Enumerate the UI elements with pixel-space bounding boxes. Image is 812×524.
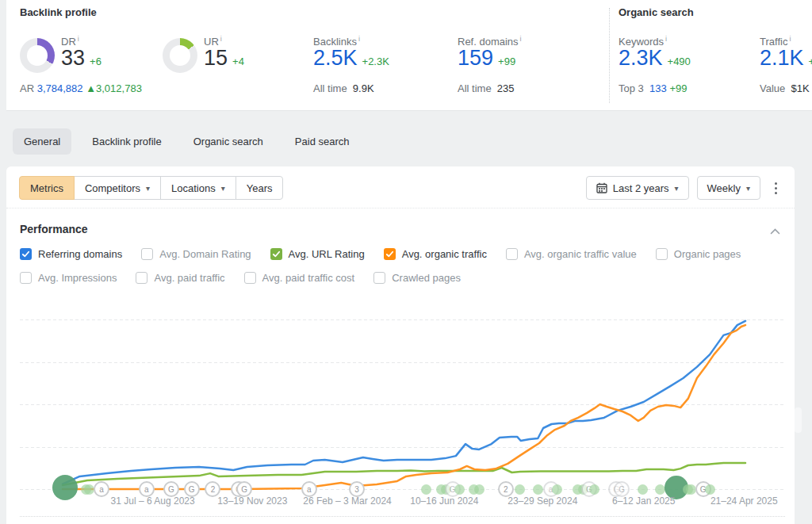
scrollbar-thumb[interactable]	[795, 407, 802, 433]
ar-row: AR 3,784,882 ▲3,012,783	[20, 82, 142, 94]
event-badge-a[interactable]: a	[301, 481, 317, 497]
kebab-menu-icon[interactable]	[768, 179, 783, 197]
traffic-value: 2.1K+	[760, 46, 812, 74]
event-badge-g[interactable]: G	[184, 481, 200, 497]
keywords-value: 2.3K+490	[619, 46, 691, 74]
date-range-button[interactable]: Last 2 years ▾	[586, 176, 689, 200]
general-panel: MetricsCompetitors▾Locations▾Years Last …	[6, 166, 795, 524]
info-icon[interactable]: i	[220, 35, 222, 43]
metric-checkbox-label: Referring domains	[38, 248, 122, 260]
info-icon[interactable]: i	[520, 35, 522, 43]
series-line-avg-organic-traffic	[63, 325, 745, 489]
traffic-value-sub: Value $1K	[760, 82, 810, 94]
event-badge-2[interactable]: 2	[498, 481, 514, 497]
event-dot[interactable]	[474, 484, 485, 495]
metric-checkbox-avg-url-rating[interactable]: Avg. URL Rating	[270, 248, 365, 260]
traffic-value-link[interactable]: 2.1K	[760, 46, 804, 70]
metric-checkbox-label: Avg. Impressions	[38, 272, 117, 284]
tab-paid-search[interactable]: Paid search	[284, 128, 361, 155]
x-axis-tick-label: 21–24 Apr 2025	[710, 495, 778, 507]
dr-value: 33+6	[61, 46, 102, 74]
info-icon[interactable]: i	[665, 35, 667, 43]
granularity-label: Weekly	[707, 182, 741, 194]
collapse-section-button[interactable]	[770, 225, 780, 237]
refdomains-alltime: All time 235	[458, 82, 515, 94]
calendar-icon	[596, 182, 607, 193]
caret-down-icon: ▾	[675, 184, 679, 193]
section-tabs: GeneralBacklink profileOrganic searchPai…	[13, 128, 361, 155]
metric-checkbox-label: Avg. organic traffic	[402, 248, 487, 260]
chart-toolbar: MetricsCompetitors▾Locations▾Years Last …	[19, 176, 783, 200]
metric-checkbox-avg-organic-traffic-value[interactable]: Avg. organic traffic value	[506, 248, 637, 260]
tab-organic-search[interactable]: Organic search	[182, 128, 274, 155]
tab-general[interactable]: General	[13, 128, 71, 155]
metric-checkbox-avg-impressions[interactable]: Avg. Impressions	[20, 272, 117, 284]
organic-search-title: Organic search	[619, 6, 694, 18]
event-dot[interactable]	[515, 484, 525, 495]
top3-value-link[interactable]: 133	[649, 82, 667, 94]
caret-down-icon: ▾	[746, 184, 750, 193]
checkbox-checked-icon	[270, 248, 282, 260]
ar-value-link[interactable]: 3,784,882	[37, 82, 83, 94]
event-badge-a[interactable]: a	[94, 481, 109, 497]
ur-donut	[163, 38, 197, 73]
event-dot[interactable]	[454, 484, 465, 495]
caret-down-icon: ▾	[146, 184, 150, 193]
metric-toggles-row-2: Avg. ImpressionsAvg. paid trafficAvg. pa…	[20, 272, 461, 284]
event-dot[interactable]	[533, 484, 543, 495]
x-axis-tick-label: 6–12 Jan 2025	[612, 495, 675, 507]
backlinks-value-link[interactable]: 2.5K	[313, 46, 358, 70]
performance-title: Performance	[20, 223, 88, 235]
event-dot[interactable]	[705, 484, 715, 495]
info-icon[interactable]: i	[789, 35, 791, 43]
event-badge-g[interactable]: G	[236, 481, 252, 497]
metric-checkbox-avg-paid-traffic-cost[interactable]: Avg. paid traffic cost	[244, 272, 355, 284]
filter-button-metrics[interactable]: Metrics	[19, 176, 75, 200]
metric-checkbox-referring-domains[interactable]: Referring domains	[20, 248, 122, 260]
keywords-top3: Top 3 133 +99	[619, 82, 687, 94]
metric-checkbox-organic-pages[interactable]: Organic pages	[656, 248, 741, 260]
event-badge-3[interactable]: 3	[349, 481, 365, 497]
filter-button-years[interactable]: Years	[236, 176, 284, 200]
event-dot[interactable]	[421, 484, 431, 495]
checkbox-unchecked-icon	[656, 248, 668, 260]
metric-checkbox-label: Crawled pages	[392, 272, 461, 284]
milestone-marker[interactable]	[52, 475, 78, 500]
filter-button-locations[interactable]: Locations▾	[160, 176, 236, 200]
x-axis-tick-label: 10–16 Jun 2024	[410, 495, 478, 507]
filter-button-group: MetricsCompetitors▾Locations▾Years	[19, 176, 283, 200]
info-icon[interactable]: i	[78, 35, 79, 43]
chevron-up-icon	[770, 228, 780, 235]
metric-checkbox-crawled-pages[interactable]: Crawled pages	[373, 272, 461, 284]
info-icon[interactable]: i	[358, 35, 360, 43]
x-axis-tick-label: 23–29 Sep 2024	[508, 495, 577, 507]
x-axis-tick-label: 13–19 Nov 2023	[217, 495, 287, 507]
metric-checkbox-label: Avg. Domain Rating	[159, 248, 251, 260]
backlinks-alltime: All time 9.9K	[313, 82, 374, 94]
metric-toggles-row-1: Referring domainsAvg. Domain RatingAvg. …	[20, 248, 741, 260]
event-dot[interactable]	[638, 484, 648, 495]
event-dot[interactable]	[589, 484, 599, 495]
metric-checkbox-avg-domain-rating[interactable]: Avg. Domain Rating	[141, 248, 251, 260]
metric-checkbox-avg-paid-traffic[interactable]: Avg. paid traffic	[136, 272, 224, 284]
keywords-value-link[interactable]: 2.3K	[619, 46, 663, 70]
checkbox-unchecked-icon	[244, 272, 256, 284]
tab-backlink-profile[interactable]: Backlink profile	[81, 128, 172, 155]
performance-chart[interactable]: aaGG2GGa3G2aGGGG31 Jul – 6 Aug 202313–19…	[20, 301, 785, 517]
filter-button-competitors[interactable]: Competitors▾	[74, 176, 161, 200]
refdomains-value-link[interactable]: 159	[458, 46, 493, 70]
metric-checkbox-label: Avg. organic traffic value	[524, 248, 637, 260]
metric-checkbox-label: Avg. paid traffic	[154, 272, 224, 284]
checkbox-unchecked-icon	[141, 248, 153, 260]
event-badge-a[interactable]: a	[139, 481, 155, 497]
metric-checkbox-avg-organic-traffic[interactable]: Avg. organic traffic	[384, 248, 487, 260]
backlink-profile-title: Backlink profile	[20, 6, 97, 18]
event-dot[interactable]	[552, 484, 562, 495]
checkbox-unchecked-icon	[136, 272, 147, 284]
event-badge-g[interactable]: G	[163, 481, 179, 497]
series-line-referring-domains	[63, 321, 745, 484]
granularity-button[interactable]: Weekly ▾	[697, 176, 760, 200]
x-axis-tick-label: 26 Feb – 3 Mar 2024	[303, 495, 391, 507]
event-dot[interactable]	[655, 484, 665, 495]
metric-checkbox-label: Avg. URL Rating	[289, 248, 365, 260]
